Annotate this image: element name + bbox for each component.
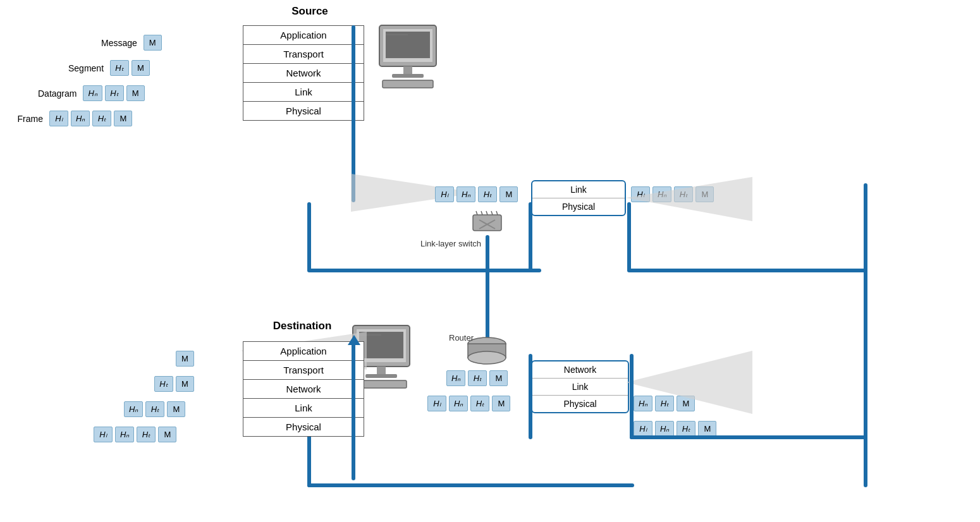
frame-Ht: Hₜ [92,111,111,126]
datagram-row: Datagram Hₙ Hₜ M [38,85,145,101]
vline-switch-to-router [486,235,489,343]
dest-seg-M: M [176,376,194,392]
svg-line-9 [476,211,477,215]
datagram-M: M [126,85,145,101]
segment-Ht: Hₜ [110,60,129,76]
svg-line-10 [481,211,482,215]
dest-application: Application [243,342,364,361]
router-left-hdrs-bot: Hₗ Hₙ Hₜ M [427,396,510,411]
message-label: Message [101,38,141,48]
dest-title: Destination [233,320,372,332]
rl-Hl: Hₗ [427,396,446,411]
vline-switch-right-down [627,202,631,272]
router-label: Router [449,333,474,343]
vline-switch-left [529,202,532,272]
dest-Ht2: Hₜ [145,401,164,417]
segment-row: Segment Hₜ M [68,60,150,76]
vline-router-left [529,354,532,439]
dest-stack: Application Transport Network Link Physi… [243,341,364,437]
dest-segment-row: Hₜ M [154,376,194,392]
rl-Ht: Hₜ [468,370,487,386]
source-link: Link [243,83,364,102]
rl-Hn: Hₙ [446,370,465,386]
source-transport: Transport [243,45,364,64]
source-physical: Physical [243,102,364,120]
diagram-container: Source Application Transport Network Lin… [0,0,980,522]
switch-icon [468,209,506,239]
source-title: Source [247,5,373,18]
frame-label: Frame [9,114,47,124]
rl-M2: M [492,396,510,411]
dest-arrow-up [348,335,360,345]
source-stack: Application Transport Network Link Physi… [243,25,364,121]
swl-M: M [499,186,518,202]
svg-line-11 [486,211,487,215]
router-link: Link [532,379,628,396]
svg-rect-4 [383,80,433,88]
switch-physical: Physical [532,198,625,215]
svg-line-12 [491,211,493,215]
source-network: Network [243,64,364,83]
rr-Ht2: Hₜ [677,421,695,437]
svg-marker-16 [626,177,752,221]
switch-left-hdrs: Hₗ Hₙ Hₜ M [435,186,518,202]
hline-bot-right [630,435,867,439]
datagram-Ht: Hₜ [105,85,124,101]
svg-rect-3 [392,74,424,78]
router-stack: Network Link Physical [531,360,629,413]
dest-Ht: Hₜ [154,376,173,392]
swl-Ht: Hₜ [478,186,497,202]
dest-network: Network [243,380,364,399]
svg-rect-23 [365,374,397,378]
message-row: Message M [101,35,162,51]
dest-dat-M: M [167,401,185,417]
dest-Hl: Hₗ [94,427,113,442]
svg-rect-5 [386,32,430,58]
rr-Hl: Hₗ [634,421,652,437]
segment-label: Segment [68,63,107,73]
router-network: Network [532,361,628,379]
dest-link: Link [243,399,364,418]
router-right-hdrs-bot: Hₗ Hₙ Hₜ M [634,421,716,437]
router-right-trap [626,348,765,417]
dest-Hn: Hₙ [124,401,143,417]
switch-stack: Link Physical [531,180,626,216]
rr-M2: M [698,421,716,437]
svg-rect-8 [473,215,501,231]
dest-message-row: M [176,351,194,367]
router-physical: Physical [532,396,628,412]
frame-Hn: Hₙ [71,111,90,126]
frame-row: Frame Hₗ Hₙ Hₜ M [9,111,132,126]
switch-right-trap [626,174,765,224]
vline-source-down [307,202,311,272]
dest-frm-M: M [158,427,176,442]
source-application: Application [243,26,364,45]
rr-Hn2: Hₙ [655,421,674,437]
segment-M: M [132,60,150,76]
hline-top-right [627,269,867,272]
hline-bot-left [307,483,634,487]
dest-datagram-row: Hₙ Hₜ M [124,401,185,417]
vline-right-bot-connect [864,435,867,487]
svg-line-13 [496,211,498,215]
rl-Ht2: Hₜ [470,396,489,411]
svg-point-19 [468,351,506,364]
swl-Hn: Hₙ [456,186,475,202]
datagram-label: Datagram [38,88,80,99]
rl-M: M [489,370,508,386]
dest-M: M [176,351,194,367]
source-computer-icon [373,22,449,94]
rl-Hn2: Hₙ [449,396,468,411]
switch-label: Link-layer switch [420,239,481,248]
frame-Hl: Hₗ [49,111,68,126]
frame-M: M [114,111,132,126]
dest-physical: Physical [243,418,364,436]
dest-vline [352,341,355,480]
router-left-hdrs-top: Hₙ Hₜ M [446,370,508,386]
datagram-Hn: Hₙ [83,85,102,101]
svg-marker-28 [626,351,752,414]
swl-Hl: Hₗ [435,186,454,202]
vline-router-right [630,354,634,439]
dest-frame-row: Hₗ Hₙ Hₜ M [94,427,176,442]
dest-transport: Transport [243,361,364,380]
